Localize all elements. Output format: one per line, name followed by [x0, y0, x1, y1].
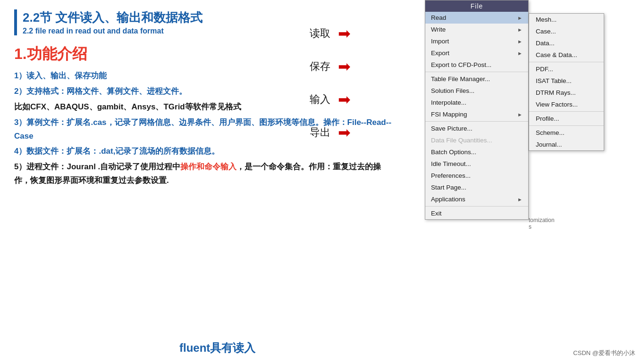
menu-item-interpolate-label: Interpolate... [431, 99, 466, 106]
menu-item-export[interactable]: Export ► [425, 47, 528, 59]
menu-item-solution[interactable]: Solution Files... [425, 85, 528, 97]
menu-arrow-import: ► [517, 39, 523, 44]
submenu-item-scheme[interactable]: Scheme... [529, 127, 604, 139]
arrow-row-3: 输入 ➡ [307, 92, 351, 107]
arrow-icon-2: ➡ [338, 59, 351, 74]
menu-item-write-label: Write [431, 26, 446, 33]
submenu-sep-1 [529, 62, 604, 62]
csdn-watermark: CSDN @爱看书的小沐 [573, 349, 635, 357]
menu-item-data-file-label: Data File Quantities... [431, 137, 492, 144]
arrow-icon-4: ➡ [338, 125, 351, 140]
arrow-label-2: 保存 [307, 59, 330, 74]
menu-item-start-page-label: Start Page... [431, 184, 466, 191]
submenu-item-isat[interactable]: ISAT Table... [529, 75, 604, 87]
menu-item-solution-label: Solution Files... [431, 87, 474, 94]
arrow-row-4: 导出 ➡ [307, 125, 351, 140]
menu-item-export-cfd-label: Export to CFD-Post... [431, 61, 491, 68]
menu-item-write[interactable]: Write ► [425, 24, 528, 35]
menu-item-table-label: Table File Manager... [431, 75, 490, 83]
menu-item-export-cfd[interactable]: Export to CFD-Post... [425, 59, 528, 71]
menu-item-applications-label: Applications [431, 196, 465, 203]
arrow-row-2: 保存 ➡ [307, 59, 351, 74]
blue-bar-decoration [14, 9, 17, 35]
submenu-item-case[interactable]: Case... [529, 25, 604, 37]
menu-item-import-label: Import [431, 38, 449, 45]
arrow-label-3: 输入 [307, 92, 330, 107]
menu-arrow-export: ► [517, 50, 523, 56]
menu-item-batch-label: Batch Options... [431, 149, 476, 156]
menu-item-export-label: Export [431, 50, 449, 57]
menu-item-interpolate[interactable]: Interpolate... [425, 97, 528, 108]
arrow-icon-3: ➡ [338, 92, 351, 107]
menu-item-idle-label: Idle Timeout... [431, 160, 471, 167]
submenu-item-journal[interactable]: Journal... [529, 139, 604, 150]
arrows-section: 读取 ➡ 保存 ➡ 输入 ➡ 导出 ➡ [307, 26, 351, 140]
menu-item-fsi[interactable]: FSI Mapping ► [425, 108, 528, 120]
menu-item-save-picture[interactable]: Save Picture... [425, 123, 528, 134]
separator-2 [425, 121, 528, 122]
menu-arrow-fsi: ► [517, 112, 523, 117]
submenu-item-view-factors[interactable]: View Factors... [529, 99, 604, 110]
header-text-block: 2.2节 文件读入、输出和数据格式 2.2 file read in read … [23, 9, 202, 35]
submenu-sep-2 [529, 111, 604, 112]
arrow-row-1: 读取 ➡ [307, 26, 351, 41]
main-title-en: 2.2 file read in read out and data forma… [23, 27, 202, 35]
separator-1 [425, 72, 528, 72]
menu-item-save-picture-label: Save Picture... [431, 125, 472, 132]
submenu-item-mesh[interactable]: Mesh... [529, 14, 604, 25]
menu-arrow-applications: ► [517, 197, 523, 202]
menu-title-bar: File [425, 0, 528, 12]
menu-arrow-write: ► [517, 27, 523, 33]
menu-item-import[interactable]: Import ► [425, 35, 528, 47]
menu-item-preferences[interactable]: Preferences... [425, 170, 528, 182]
main-title-zh: 2.2节 文件读入、输出和数据格式 [23, 9, 202, 26]
submenu-read[interactable]: Mesh... Case... Data... Case & Data... P… [529, 13, 604, 151]
menu-item-data-file[interactable]: Data File Quantities... [425, 134, 528, 146]
menu-item-table[interactable]: Table File Manager... [425, 73, 528, 85]
bottom-text: fluent具有读入 [179, 340, 255, 356]
right-area: 读取 ➡ 保存 ➡ 输入 ➡ 导出 ➡ File Read ► Write [293, 0, 641, 364]
menu-item-read[interactable]: Read ► [425, 12, 528, 24]
submenu-item-profile[interactable]: Profile... [529, 113, 604, 124]
menu-item-applications[interactable]: Applications ► [425, 193, 528, 205]
arrow-label-4: 导出 [307, 125, 330, 140]
menu-arrow-read: ► [517, 15, 523, 21]
submenu-item-pdf[interactable]: PDF... [529, 63, 604, 75]
menu-item-start-page[interactable]: Start Page... [425, 182, 528, 193]
arrow-label-1: 读取 [307, 26, 330, 41]
menu-item-exit[interactable]: Exit [425, 207, 528, 219]
menu-item-read-label: Read [431, 14, 446, 21]
customization-text: tomization s [529, 217, 555, 230]
arrow-icon-1: ➡ [338, 26, 351, 41]
menu-item-exit-label: Exit [431, 210, 442, 217]
submenu-item-dtrm[interactable]: DTRM Rays... [529, 87, 604, 99]
separator-3 [425, 206, 528, 207]
submenu-sep-3 [529, 125, 604, 126]
submenu-item-data[interactable]: Data... [529, 37, 604, 49]
file-menu[interactable]: File Read ► Write ► Import ► Export ► Ex… [425, 0, 529, 220]
menu-item-batch[interactable]: Batch Options... [425, 146, 528, 158]
menu-item-fsi-label: FSI Mapping [431, 111, 467, 118]
menu-item-preferences-label: Preferences... [431, 172, 471, 179]
menu-container: File Read ► Write ► Import ► Export ► Ex… [425, 0, 604, 220]
submenu-item-case-data[interactable]: Case & Data... [529, 49, 604, 61]
menu-item-idle[interactable]: Idle Timeout... [425, 158, 528, 170]
